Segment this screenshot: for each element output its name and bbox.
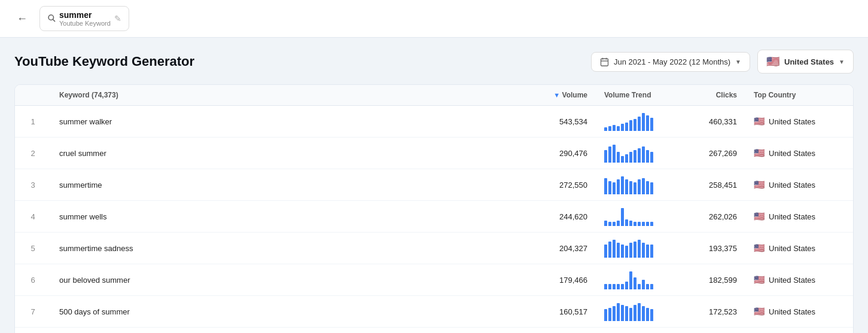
row-volume: 244,620 bbox=[524, 201, 596, 233]
row-keyword[interactable]: summer wells bbox=[51, 201, 524, 233]
row-top-country: 🇺🇸United States bbox=[745, 106, 853, 138]
row-trend bbox=[596, 201, 680, 233]
country-name: United States bbox=[769, 181, 815, 190]
svg-line-1 bbox=[53, 19, 54, 21]
date-range-button[interactable]: Jun 2021 - May 2022 (12 Months) ▼ bbox=[591, 52, 750, 72]
country-label: United States bbox=[784, 57, 834, 66]
flag-icon: 🇺🇸 bbox=[754, 116, 765, 127]
edit-icon[interactable]: ✎ bbox=[114, 14, 121, 23]
row-keyword[interactable]: summer walker bbox=[51, 106, 524, 138]
country-name: United States bbox=[769, 244, 815, 253]
us-flag-icon: 🇺🇸 bbox=[766, 55, 779, 68]
row-top-country: 🇺🇸United States bbox=[745, 296, 853, 328]
row-clicks: 262,026 bbox=[680, 201, 745, 233]
search-badge: summer Youtube Keyword ✎ bbox=[39, 6, 129, 31]
row-number: 4 bbox=[15, 201, 51, 233]
calendar-icon bbox=[600, 57, 609, 66]
row-volume: 290,476 bbox=[524, 138, 596, 169]
row-number: 6 bbox=[15, 264, 51, 296]
row-clicks: 460,331 bbox=[680, 106, 745, 138]
country-name: United States bbox=[769, 149, 815, 158]
row-volume: 204,327 bbox=[524, 233, 596, 264]
row-trend bbox=[596, 264, 680, 296]
col-volume[interactable]: ▼ Volume bbox=[524, 85, 596, 106]
main-content: YouTube Keyword Generator Jun 2021 - May… bbox=[0, 38, 868, 333]
col-keyword[interactable]: Keyword (74,373) bbox=[51, 85, 524, 106]
row-trend bbox=[596, 233, 680, 264]
row-number: 8 bbox=[15, 328, 51, 334]
row-trend bbox=[596, 106, 680, 138]
header-controls: Jun 2021 - May 2022 (12 Months) ▼ 🇺🇸 Uni… bbox=[591, 50, 854, 74]
table-row[interactable]: 1summer walker543,534460,331🇺🇸United Sta… bbox=[15, 106, 853, 138]
table-row[interactable]: 7500 days of summer160,517172,523🇺🇸Unite… bbox=[15, 296, 853, 328]
table-row[interactable]: 6our beloved summer179,466182,599🇺🇸Unite… bbox=[15, 264, 853, 296]
row-top-country: 🇺🇸United States bbox=[745, 201, 853, 233]
search-keyword-info: summer Youtube Keyword bbox=[59, 10, 111, 27]
keyword-type: Youtube Keyword bbox=[59, 20, 111, 27]
row-clicks: 155,829 bbox=[680, 328, 745, 334]
row-top-country: 🇺🇸United States bbox=[745, 328, 853, 334]
flag-icon: 🇺🇸 bbox=[754, 148, 765, 158]
chevron-down-icon: ▼ bbox=[735, 59, 741, 65]
country-button[interactable]: 🇺🇸 United States ▼ bbox=[757, 50, 854, 74]
row-trend bbox=[596, 169, 680, 201]
row-clicks: 267,269 bbox=[680, 138, 745, 169]
table-body: 1summer walker543,534460,331🇺🇸United Sta… bbox=[15, 106, 853, 334]
row-number: 3 bbox=[15, 169, 51, 201]
row-trend bbox=[596, 328, 680, 334]
col-trend: Volume Trend bbox=[596, 85, 680, 106]
row-top-country: 🇺🇸United States bbox=[745, 233, 853, 264]
row-top-country: 🇺🇸United States bbox=[745, 264, 853, 296]
page-title: YouTube Keyword Generator bbox=[14, 54, 194, 69]
table-row[interactable]: 3summertime272,550258,451🇺🇸United States bbox=[15, 169, 853, 201]
row-keyword[interactable]: 500 days of summer bbox=[51, 296, 524, 328]
search-icon bbox=[47, 14, 56, 24]
table-row[interactable]: 5summertime sadness204,327193,375🇺🇸Unite… bbox=[15, 233, 853, 264]
flag-icon: 🇺🇸 bbox=[754, 306, 765, 317]
row-keyword[interactable]: summer of 69 bbox=[51, 328, 524, 334]
flag-icon: 🇺🇸 bbox=[754, 274, 765, 285]
table-row[interactable]: 4summer wells244,620262,026🇺🇸United Stat… bbox=[15, 201, 853, 233]
row-clicks: 172,523 bbox=[680, 296, 745, 328]
row-keyword[interactable]: cruel summer bbox=[51, 138, 524, 169]
row-clicks: 193,375 bbox=[680, 233, 745, 264]
country-name: United States bbox=[769, 307, 815, 316]
row-keyword[interactable]: summertime sadness bbox=[51, 233, 524, 264]
row-keyword[interactable]: summertime bbox=[51, 169, 524, 201]
page-header: YouTube Keyword Generator Jun 2021 - May… bbox=[14, 50, 854, 74]
table-row[interactable]: 8summer of 69157,860155,829🇺🇸United Stat… bbox=[15, 328, 853, 334]
row-number: 7 bbox=[15, 296, 51, 328]
row-top-country: 🇺🇸United States bbox=[745, 138, 853, 169]
col-clicks: Clicks bbox=[680, 85, 745, 106]
row-trend bbox=[596, 138, 680, 169]
table-row[interactable]: 2cruel summer290,476267,269🇺🇸United Stat… bbox=[15, 138, 853, 169]
country-name: United States bbox=[769, 276, 815, 285]
row-keyword[interactable]: our beloved summer bbox=[51, 264, 524, 296]
row-number: 5 bbox=[15, 233, 51, 264]
row-volume: 160,517 bbox=[524, 296, 596, 328]
top-bar: ← summer Youtube Keyword ✎ bbox=[0, 0, 868, 38]
table-header-row: Keyword (74,373) ▼ Volume Volume Trend C… bbox=[15, 85, 853, 106]
country-name: United States bbox=[769, 117, 815, 126]
col-number bbox=[15, 85, 51, 106]
date-range-label: Jun 2021 - May 2022 (12 Months) bbox=[614, 57, 730, 66]
row-trend bbox=[596, 296, 680, 328]
keyword-text: summer bbox=[59, 10, 111, 20]
keyword-table-container: Keyword (74,373) ▼ Volume Volume Trend C… bbox=[14, 84, 854, 333]
row-volume: 157,860 bbox=[524, 328, 596, 334]
row-volume: 543,534 bbox=[524, 106, 596, 138]
row-volume: 272,550 bbox=[524, 169, 596, 201]
row-clicks: 182,599 bbox=[680, 264, 745, 296]
row-top-country: 🇺🇸United States bbox=[745, 169, 853, 201]
sort-down-icon: ▼ bbox=[553, 91, 560, 99]
flag-icon: 🇺🇸 bbox=[754, 211, 765, 222]
svg-rect-2 bbox=[601, 59, 608, 66]
row-number: 2 bbox=[15, 138, 51, 169]
keyword-table: Keyword (74,373) ▼ Volume Volume Trend C… bbox=[15, 85, 853, 333]
back-button[interactable]: ← bbox=[12, 10, 32, 28]
row-volume: 179,466 bbox=[524, 264, 596, 296]
row-clicks: 258,451 bbox=[680, 169, 745, 201]
flag-icon: 🇺🇸 bbox=[754, 179, 765, 190]
row-number: 1 bbox=[15, 106, 51, 138]
country-name: United States bbox=[769, 212, 815, 221]
